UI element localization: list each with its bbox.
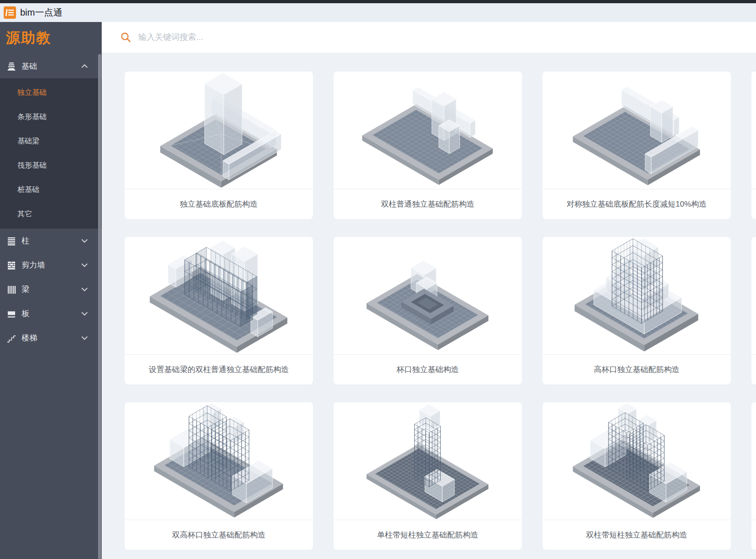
sidebar-item-column[interactable]: 柱 (0, 229, 102, 253)
model-card-partial (751, 402, 756, 550)
model-card-title: 独立基础底板配筋构造 (125, 189, 313, 219)
model-thumbnail (334, 71, 522, 189)
shear-wall-icon (6, 260, 16, 270)
search-input[interactable] (137, 32, 460, 43)
model-thumbnail (334, 402, 522, 520)
sidebar-subitem-other[interactable]: 其它 (0, 202, 102, 226)
sidebar-item-stairs[interactable]: 楼梯 (0, 326, 102, 350)
sidebar-nav: 基础独立基础条形基础基础梁筏形基础桩基础其它柱剪力墙梁板楼梯 (0, 54, 102, 350)
model-card-title (751, 354, 756, 384)
sidebar-subitem-label: 条形基础 (17, 112, 47, 122)
app-title: bim一点通 (20, 6, 62, 19)
sidebar-submenu: 独立基础条形基础基础梁筏形基础桩基础其它 (0, 78, 102, 229)
beam-icon (6, 285, 16, 295)
app-logo-icon (4, 6, 16, 19)
sidebar-item-label: 剪力墙 (22, 260, 76, 270)
sidebar-subitem-strip-footing[interactable]: 条形基础 (0, 105, 102, 129)
window-top-strip (0, 0, 756, 3)
model-thumbnail (751, 402, 756, 520)
sidebar-subitem-foundation-beam[interactable]: 基础梁 (0, 129, 102, 153)
slab-icon (6, 309, 16, 319)
model-card[interactable]: 对称独立基础底板配筋长度减短10%构造 (542, 71, 731, 219)
sidebar-subitem-label: 筏形基础 (17, 161, 47, 170)
model-card[interactable]: 高杯口独立基础配筋构造 (542, 237, 731, 384)
model-card[interactable]: 双柱普通独立基础配筋构造 (334, 71, 522, 219)
chevron-down-icon (81, 239, 88, 243)
chevron-down-icon (81, 312, 88, 316)
model-card[interactable]: 杯口独立基础构造 (334, 237, 522, 384)
model-thumbnail (125, 71, 313, 189)
search-bar (102, 22, 756, 53)
model-card[interactable]: 设置基础梁的双柱普通独立基础配筋构造 (125, 237, 313, 384)
sidebar-subitem-label: 桩基础 (17, 185, 39, 195)
model-card-partial (751, 237, 756, 384)
model-card[interactable]: 独立基础底板配筋构造 (125, 71, 313, 219)
sidebar-subitem-label: 其它 (17, 209, 32, 219)
model-card-title: 对称独立基础底板配筋长度减短10%构造 (542, 189, 731, 219)
model-thumbnail (542, 402, 731, 520)
sidebar-item-label: 板 (22, 308, 76, 319)
sidebar-item-label: 楼梯 (22, 333, 76, 343)
model-card-title: 双柱普通独立基础配筋构造 (334, 189, 522, 219)
sidebar-item-slab[interactable]: 板 (0, 301, 102, 326)
model-card-title: 双柱带短柱独立基础配筋构造 (542, 520, 731, 550)
content-area: 独立基础底板配筋构造双柱普通独立基础配筋构造对称独立基础底板配筋长度减短10%构… (102, 53, 756, 559)
model-card-title (751, 189, 756, 219)
chevron-down-icon (81, 287, 88, 291)
model-card[interactable]: 单柱带短柱独立基础配筋构造 (334, 402, 522, 550)
stairs-icon (6, 333, 16, 343)
main-area: 独立基础底板配筋构造双柱普通独立基础配筋构造对称独立基础底板配筋长度减短10%构… (102, 22, 756, 559)
sidebar-item-beam[interactable]: 梁 (0, 277, 102, 301)
model-thumbnail (542, 71, 731, 189)
model-card-title: 双高杯口独立基础配筋构造 (125, 520, 313, 550)
search-icon (120, 32, 131, 43)
sidebar-subitem-label: 基础梁 (17, 137, 39, 146)
sidebar-subitem-pile-foundation[interactable]: 桩基础 (0, 178, 102, 202)
sidebar-subitem-label: 独立基础 (17, 88, 47, 98)
model-card-title: 杯口独立基础构造 (334, 354, 522, 384)
sidebar-subitem-raft-foundation[interactable]: 筏形基础 (0, 153, 102, 178)
model-card-partial (751, 71, 756, 219)
sidebar-item-label: 基础 (22, 61, 76, 71)
layout: 源助教 基础独立基础条形基础基础梁筏形基础桩基础其它柱剪力墙梁板楼梯 独立基础底… (0, 22, 756, 559)
model-card-title: 设置基础梁的双柱普通独立基础配筋构造 (125, 354, 313, 384)
sidebar-subitem-isolated-footing[interactable]: 独立基础 (0, 81, 102, 105)
model-card-title: 单柱带短柱独立基础配筋构造 (334, 520, 522, 550)
chevron-down-icon (81, 336, 88, 340)
model-thumbnail (334, 237, 522, 354)
model-thumbnail (125, 402, 313, 520)
sidebar-item-label: 梁 (22, 284, 76, 295)
brand-logo: 源助教 (0, 22, 102, 54)
sidebar-item-foundation[interactable]: 基础 (0, 54, 102, 78)
model-thumbnail (751, 237, 756, 354)
card-grid: 独立基础底板配筋构造双柱普通独立基础配筋构造对称独立基础底板配筋长度减短10%构… (125, 71, 756, 550)
column-icon (6, 236, 16, 246)
model-thumbnail (542, 237, 731, 354)
model-card[interactable]: 双柱带短柱独立基础配筋构造 (542, 402, 731, 550)
page: bim一点通 源助教 基础独立基础条形基础基础梁筏形基础桩基础其它柱剪力墙梁板楼… (0, 0, 756, 559)
sidebar: 源助教 基础独立基础条形基础基础梁筏形基础桩基础其它柱剪力墙梁板楼梯 (0, 22, 102, 559)
sidebar-scrollbar[interactable] (98, 54, 101, 559)
sidebar-item-shear-wall[interactable]: 剪力墙 (0, 253, 102, 277)
model-card[interactable]: 双高杯口独立基础配筋构造 (125, 402, 313, 550)
model-thumbnail (751, 71, 756, 189)
model-thumbnail (125, 237, 313, 354)
sidebar-item-label: 柱 (22, 236, 76, 246)
model-card-title: 高杯口独立基础配筋构造 (542, 354, 731, 384)
foundation-icon (6, 61, 16, 71)
model-card-title (751, 520, 756, 550)
app-bar: bim一点通 (0, 3, 756, 22)
chevron-down-icon (81, 263, 88, 267)
scrollbar-thumb[interactable] (98, 54, 101, 559)
chevron-up-icon (81, 64, 88, 68)
